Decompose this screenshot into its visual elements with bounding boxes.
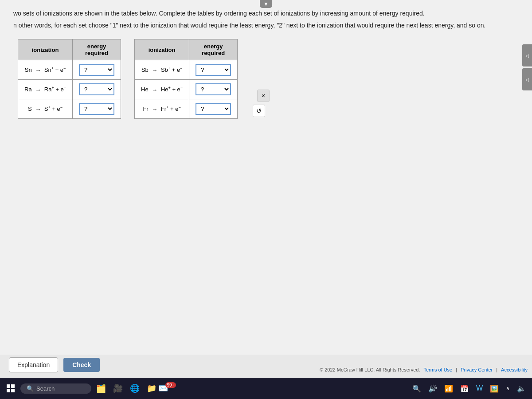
taskbar-speaker[interactable]: 🔈	[514, 383, 528, 394]
table-row: Ra → Ra+ + e− ? 1 2 3	[18, 80, 121, 99]
windows-start-button[interactable]	[4, 381, 18, 395]
separator2: |	[496, 367, 497, 372]
taskbar-chevron-up[interactable]: ∧	[503, 384, 512, 392]
separator1: |	[456, 367, 457, 372]
instruction-line1: wo sets of ionizations are shown in the …	[13, 9, 519, 18]
svg-rect-0	[7, 384, 10, 388]
copyright-bar: © 2022 McGraw Hill LLC. All Rights Reser…	[320, 367, 528, 372]
side-btn-2[interactable]: ◁	[522, 68, 532, 90]
table2-row2-select[interactable]: ? 1 2 3	[196, 83, 231, 95]
taskbar-right-area: 🔍 🔊 📶 📅 W 🖼️ ∧ 🔈	[410, 383, 528, 394]
taskbar-network[interactable]: 📶	[442, 383, 456, 394]
table2-row3-select[interactable]: ? 1 2 3	[196, 103, 231, 115]
tables-container: ionization energyrequired Sn → Sn+ + e− …	[18, 39, 519, 119]
table2-row1-eq: Sb → Sb+ + e−	[135, 60, 189, 80]
explanation-button[interactable]: Explanation	[9, 357, 58, 372]
taskbar-word[interactable]: W	[473, 383, 485, 393]
table-row: Sb → Sb+ + e− ? 1 2 3	[135, 60, 238, 80]
table2-row2-eq: He → He+ + e−	[135, 80, 189, 99]
taskbar-search-right[interactable]: 🔍	[410, 383, 424, 394]
taskbar: 🔍 Search 🗂️ 🎥 🌐 📁 ✉️ 99+ 🔍 🔊 📶 📅 W 🖼️ ∧ …	[0, 378, 532, 399]
table1-row3-eq: S → S+ + e−	[18, 99, 73, 119]
svg-rect-1	[11, 384, 15, 388]
chevron-top-button[interactable]: ▼	[260, 0, 272, 8]
table2-row3-eq: Fr → Fr+ + e−	[135, 99, 189, 119]
check-button[interactable]: Check	[63, 358, 100, 372]
taskbar-volume[interactable]: 🔊	[426, 383, 440, 394]
taskbar-file-explorer[interactable]: 🗂️	[94, 381, 108, 395]
table1-row3-select[interactable]: ? 1 2 3	[79, 103, 114, 115]
table2-col1-header: ionization	[135, 39, 189, 60]
table2-row2-select-cell: ? 1 2 3	[189, 80, 238, 99]
table2-row1-select-cell: ? 1 2 3	[189, 60, 238, 80]
side-btn-1[interactable]: ◁	[522, 44, 532, 66]
table1-row1-select[interactable]: ? 1 2 3	[79, 64, 114, 76]
table2: ionization energyrequired Sb → Sb+ + e− …	[134, 39, 238, 119]
table1-row1-select-cell: ? 1 2 3	[73, 60, 121, 80]
table2-row3-select-cell: ? 1 2 3	[189, 99, 238, 119]
copyright-text: © 2022 McGraw Hill LLC. All Rights Reser…	[320, 367, 420, 372]
table-row: Fr → Fr+ + e− ? 1 2 3	[135, 99, 238, 119]
taskbar-screenshot[interactable]: 🖼️	[487, 383, 501, 394]
taskbar-mail[interactable]: ✉️ 99+	[161, 381, 176, 395]
table-row: S → S+ + e− ? 1 2 3	[18, 99, 121, 119]
table1-row2-select[interactable]: ? 1 2 3	[79, 83, 114, 95]
taskbar-edge[interactable]: 🌐	[128, 381, 142, 395]
table1-col1-header: ionization	[18, 39, 73, 60]
svg-rect-2	[7, 389, 10, 392]
table2-col2-header: energyrequired	[189, 39, 238, 60]
search-bar[interactable]: 🔍 Search	[20, 383, 91, 394]
search-label: Search	[36, 385, 55, 392]
accessibility-link[interactable]: Accessibility	[501, 367, 528, 372]
side-buttons: ◁ ◁	[522, 44, 532, 90]
table1-row2-select-cell: ? 1 2 3	[73, 80, 121, 99]
privacy-link[interactable]: Privacy Center	[461, 367, 493, 372]
search-icon: 🔍	[27, 385, 34, 392]
table1-row1-eq: Sn → Sn+ + e−	[18, 60, 73, 80]
notification-badge: 99+	[165, 382, 176, 388]
svg-rect-3	[11, 389, 15, 392]
taskbar-calendar[interactable]: 📅	[458, 383, 472, 394]
instruction-line2: n other words, for each set choose "1" n…	[13, 21, 519, 30]
table2-row1-select[interactable]: ? 1 2 3	[196, 64, 231, 76]
table-row: Sn → Sn+ + e− ? 1 2 3	[18, 60, 121, 80]
taskbar-video[interactable]: 🎥	[111, 381, 125, 395]
footer-actions: Explanation Check	[9, 357, 100, 372]
table1: ionization energyrequired Sn → Sn+ + e− …	[18, 39, 121, 119]
clear-button[interactable]: ×	[257, 90, 270, 102]
taskbar-folder[interactable]: 📁	[145, 381, 159, 395]
table1-col2-header: energyrequired	[73, 39, 121, 60]
terms-link[interactable]: Terms of Use	[423, 367, 452, 372]
undo-button[interactable]: ↺	[253, 105, 265, 117]
table1-row3-select-cell: ? 1 2 3	[73, 99, 121, 119]
table1-row2-eq: Ra → Ra+ + e−	[18, 80, 73, 99]
table-row: He → He+ + e− ? 1 2 3	[135, 80, 238, 99]
